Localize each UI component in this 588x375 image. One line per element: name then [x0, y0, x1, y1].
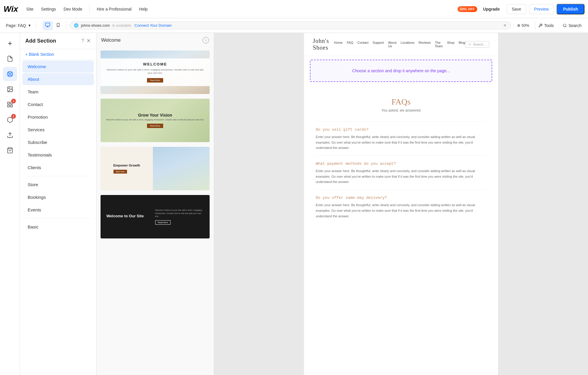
nav-about-us[interactable]: About Us [388, 41, 397, 48]
upgrade-button[interactable]: Upgrade [480, 5, 503, 13]
template-preview-1: WELCOME Welcome visitors to your site wi… [101, 51, 210, 94]
section-item-contact[interactable]: Contact [22, 98, 94, 110]
nav-devmode[interactable]: Dev Mode [61, 5, 85, 13]
section-item-testimonials[interactable]: Testimonials [22, 149, 94, 161]
nav-contact[interactable]: Contact [357, 41, 368, 48]
template-card-2[interactable]: Grow Your Vision Welcome visitors to you… [100, 98, 210, 143]
panel-header-icons: ? ✕ [81, 38, 91, 44]
second-bar: Page: FAQ ▼ 🌐 johns-shoes.com is availab… [0, 18, 588, 33]
template-1-btn: Read More [147, 78, 163, 83]
section-item-clients[interactable]: Clients [22, 162, 94, 174]
nav-faq[interactable]: FAQ [347, 41, 353, 48]
tools-button[interactable]: Tools [535, 22, 557, 29]
template-card-1[interactable]: WELCOME Welcome visitors to your site wi… [100, 50, 210, 95]
section-item-team[interactable]: Team [22, 86, 94, 98]
sidebar-add-button[interactable] [3, 36, 17, 51]
sidebar-images-button[interactable] [3, 128, 17, 142]
help-icon[interactable]: ? [81, 38, 84, 43]
close-domain-bar-icon[interactable]: ✕ [503, 23, 507, 28]
template-4-title: Welcome to Our Site [106, 214, 155, 219]
templates-header: Welcome i [96, 33, 214, 48]
nav-support[interactable]: Support [372, 41, 384, 48]
svg-point-3 [563, 24, 566, 26]
panel-header: Add Section ? ✕ [20, 33, 96, 49]
svg-rect-0 [46, 23, 50, 26]
sidebar-apps-button[interactable]: 1 [3, 97, 17, 112]
wix-logo: Wix [4, 4, 18, 14]
nav-locations[interactable]: Locations [401, 41, 415, 48]
faq-question-3[interactable]: Do you offer same-day delivery? [316, 196, 486, 200]
section-item-subscribe[interactable]: Subscribe [22, 136, 94, 148]
section-item-bookings[interactable]: Bookings [22, 191, 94, 203]
zoom-icon: ⊕ [517, 23, 520, 28]
template-preview-2: Grow Your Vision Welcome visitors to you… [101, 99, 210, 142]
nav-home[interactable]: Home [334, 41, 343, 48]
section-item-promotion[interactable]: Promotion [22, 111, 94, 123]
site-search-box[interactable]: Search... [465, 41, 489, 48]
sidebar-marketplace-button[interactable]: 1 [3, 113, 17, 127]
sidebar-store-button[interactable] [3, 143, 17, 157]
search-label: Search [569, 23, 582, 28]
template-card-3[interactable]: Empower Growth Start Now [100, 146, 210, 191]
nav-the-team[interactable]: The Team [435, 41, 443, 48]
drop-zone-text: Choose a section and drop it anywhere on… [352, 68, 450, 73]
section-list: Welcome About Team Contact Promotion Ser… [20, 60, 96, 375]
nav-hire-pro[interactable]: Hire a Professional [94, 5, 134, 13]
nav-blog[interactable]: Blog [459, 41, 465, 48]
nav-site[interactable]: Site [24, 5, 36, 13]
template-3-btn: Start Now [113, 170, 127, 174]
tools-label: Tools [544, 23, 554, 28]
page-label: Page: FAQ [6, 23, 26, 28]
section-item-events[interactable]: Events [22, 204, 94, 216]
section-item-services[interactable]: Services [22, 124, 94, 136]
section-item-store[interactable]: Store [22, 179, 94, 191]
faq-section: FAQs You asked, we answered Do you sell … [304, 85, 498, 229]
desktop-view-button[interactable] [43, 21, 53, 30]
svg-point-2 [58, 26, 59, 26]
info-icon[interactable]: i [203, 37, 209, 43]
sidebar-pages-button[interactable] [3, 52, 17, 66]
svg-point-20 [469, 43, 471, 45]
preview-button[interactable]: Preview [529, 4, 554, 14]
nav-settings[interactable]: Settings [38, 5, 59, 13]
design-icon [7, 71, 13, 77]
save-button[interactable]: Save [507, 4, 526, 14]
site-navigation: John's Shoes Home FAQ Contact Support Ab… [304, 33, 498, 56]
close-panel-icon[interactable]: ✕ [86, 38, 91, 44]
section-item-basic[interactable]: Basic [22, 221, 94, 233]
publish-button[interactable]: Publish [557, 4, 584, 14]
nav-shop[interactable]: Shop [447, 41, 455, 48]
section-item-welcome[interactable]: Welcome [22, 60, 94, 73]
globe-icon: 🌐 [74, 23, 78, 28]
page-selector[interactable]: Page: FAQ ▼ [4, 22, 36, 29]
divider [89, 5, 90, 14]
site-search-icon [468, 43, 471, 46]
sidebar-media-button[interactable] [3, 82, 17, 96]
search-icon [563, 23, 567, 28]
available-text: is available. [112, 23, 132, 28]
section-divider-2 [25, 218, 91, 218]
faq-answer-2: Enter your answer here. Be thoughtful, w… [316, 168, 486, 185]
faq-question-1[interactable]: Do you sell gift cards? [316, 127, 486, 132]
faq-question-2[interactable]: What payment methods do you accept? [316, 162, 486, 166]
site-logo: John's Shoes [313, 38, 334, 51]
preview-area[interactable]: John's Shoes Home FAQ Contact Support Ab… [214, 33, 588, 375]
mobile-view-button[interactable] [54, 21, 63, 30]
nav-reviews[interactable]: Reviews [419, 41, 431, 48]
template-card-4[interactable]: Welcome to Our Site Welcome visitors to … [100, 194, 210, 239]
blank-section-button[interactable]: + Blank Section [20, 49, 96, 60]
svg-rect-16 [7, 105, 9, 107]
nav-help[interactable]: Help [136, 5, 151, 13]
media-icon [7, 86, 13, 93]
top-nav: Site Settings Dev Mode Hire a Profession… [24, 5, 458, 14]
section-item-about[interactable]: About [22, 73, 94, 85]
template-1-desc: Welcome visitors to your site with a sho… [106, 68, 204, 75]
drop-zone[interactable]: Choose a section and drop it anywhere on… [310, 60, 492, 82]
connect-domain-link[interactable]: Connect Your Domain [135, 23, 172, 28]
tools-icon [538, 23, 542, 28]
faq-item-3: Do you offer same-day delivery? Enter yo… [316, 196, 486, 219]
sidebar-design-button[interactable] [3, 67, 17, 81]
sidebar-icons: 1 1 [0, 33, 20, 375]
faq-item-1: Do you sell gift cards? Enter your answe… [316, 127, 486, 151]
search-button[interactable]: Search [560, 22, 584, 29]
